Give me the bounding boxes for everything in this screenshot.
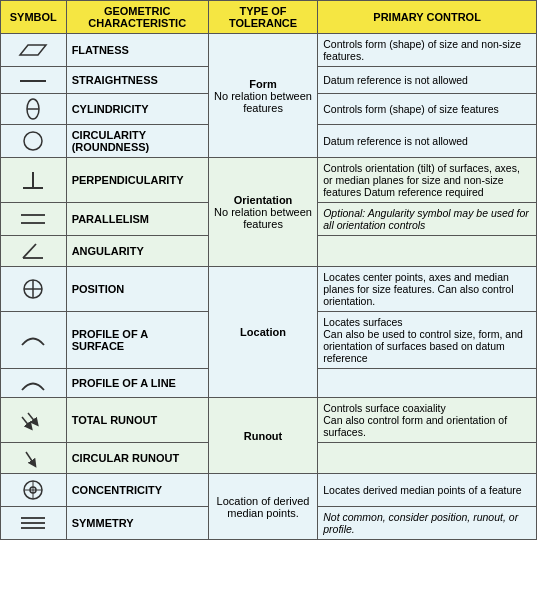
- geom-angularity: ANGULARITY: [66, 236, 208, 267]
- geom-flatness: FLATNESS: [66, 34, 208, 67]
- type-runout: Runout: [208, 398, 317, 474]
- geom-circular-runout: CIRCULAR RUNOUT: [66, 443, 208, 474]
- geom-concentricity: CONCENTRICITY: [66, 474, 208, 507]
- geom-cylindricity: CYLINDRICITY: [66, 94, 208, 125]
- table-row: FLATNESS Form No relation between featur…: [1, 34, 537, 67]
- svg-line-10: [23, 244, 36, 258]
- primary-angularity: [318, 236, 537, 267]
- primary-circular-runout: [318, 443, 537, 474]
- geom-total-runout: TOTAL RUNOUT: [66, 398, 208, 443]
- primary-flatness: Controls form (shape) of size and non-si…: [318, 34, 537, 67]
- type-location: Location: [208, 267, 317, 398]
- svg-marker-0: [20, 45, 46, 55]
- primary-concentricity: Locates derived median points of a featu…: [318, 474, 537, 507]
- svg-line-14: [22, 417, 30, 427]
- symbol-perpendicularity: [1, 158, 67, 203]
- symbol-flatness: [1, 34, 67, 67]
- symbol-cylindricity: [1, 94, 67, 125]
- geom-parallelism: PARALLELISM: [66, 203, 208, 236]
- symbol-straightness: [1, 67, 67, 94]
- geom-symmetry: SYMMETRY: [66, 507, 208, 540]
- header-symbol: SYMBOL: [1, 1, 67, 34]
- primary-symmetry: Not common, consider position, runout, o…: [318, 507, 537, 540]
- primary-cylindricity: Controls form (shape) of size features: [318, 94, 537, 125]
- symbol-angularity: [1, 236, 67, 267]
- symbol-profile-surface: [1, 312, 67, 369]
- primary-circularity: Datum reference is not allowed: [318, 125, 537, 158]
- svg-point-4: [24, 132, 42, 150]
- symbol-symmetry: [1, 507, 67, 540]
- geom-position: POSITION: [66, 267, 208, 312]
- symbol-concentricity: [1, 474, 67, 507]
- symbol-circularity: [1, 125, 67, 158]
- geom-perpendicularity: PERPENDICULARITY: [66, 158, 208, 203]
- type-form: Form No relation between features: [208, 34, 317, 158]
- type-derived: Location of derived median points.: [208, 474, 317, 540]
- primary-perpendicularity: Controls orientation (tilt) of surfaces,…: [318, 158, 537, 203]
- header-type: TYPE OF TOLERANCE: [208, 1, 317, 34]
- symbol-parallelism: [1, 203, 67, 236]
- symbol-position: [1, 267, 67, 312]
- primary-straightness: Datum reference is not allowed: [318, 67, 537, 94]
- header-geometric: GEOMETRIC CHARACTERISTIC: [66, 1, 208, 34]
- table-row: PERPENDICULARITY Orientation No relation…: [1, 158, 537, 203]
- primary-profile-line: [318, 369, 537, 398]
- geom-profile-surface: PROFILE OF A SURFACE: [66, 312, 208, 369]
- primary-position: Locates center points, axes and median p…: [318, 267, 537, 312]
- symbol-total-runout: [1, 398, 67, 443]
- svg-line-16: [26, 452, 34, 464]
- primary-parallelism: Optional: Angularity symbol may be used …: [318, 203, 537, 236]
- type-orientation: Orientation No relation between features: [208, 158, 317, 267]
- symbol-circular-runout: [1, 443, 67, 474]
- primary-total-runout: Controls surface coaxialityCan also cont…: [318, 398, 537, 443]
- table-row: CONCENTRICITY Location of derived median…: [1, 474, 537, 507]
- table-row: TOTAL RUNOUT Runout Controls surface coa…: [1, 398, 537, 443]
- svg-line-15: [28, 413, 36, 423]
- primary-profile-surface: Locates surfacesCan also be used to cont…: [318, 312, 537, 369]
- geom-profile-line: PROFILE OF A LINE: [66, 369, 208, 398]
- geom-straightness: STRAIGHTNESS: [66, 67, 208, 94]
- table-row: POSITION Location Locates center points,…: [1, 267, 537, 312]
- header-primary: PRIMARY CONTROL: [318, 1, 537, 34]
- symbol-profile-line: [1, 369, 67, 398]
- geom-circularity: CIRCULARITY (ROUNDNESS): [66, 125, 208, 158]
